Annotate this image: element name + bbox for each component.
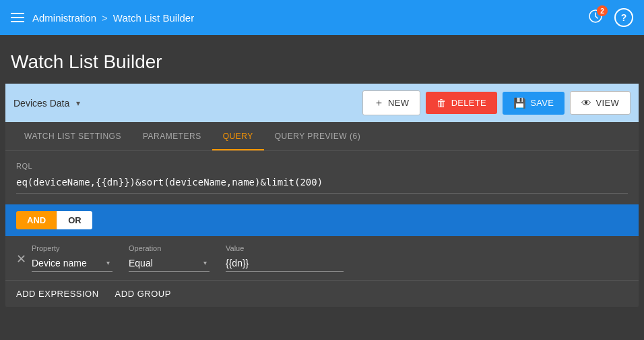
property-group: Property Device name ▾	[32, 244, 112, 272]
breadcrumb-current: Watch List Builder	[113, 12, 194, 24]
topbar-right: 2 ?	[587, 8, 633, 27]
toolbar: Devices Data ▾ ＋ NEW 🗑 DELETE 💾 SAVE 👁 V…	[5, 84, 639, 122]
expression-row: ✕ Property Device name ▾ Operation Equal…	[5, 236, 639, 280]
property-wrapper: Device name ▾	[32, 255, 112, 272]
page-title: Watch List Builder	[11, 51, 633, 73]
notifications-button[interactable]: 2	[587, 8, 604, 27]
operation-wrapper: Equal ▾	[129, 255, 210, 272]
value-input[interactable]	[226, 255, 344, 272]
remove-expression-button[interactable]: ✕	[16, 252, 32, 272]
menu-icon[interactable]	[11, 13, 24, 22]
value-label: Value	[226, 244, 344, 252]
tab-query[interactable]: QUERY	[212, 122, 264, 150]
operation-select[interactable]: Equal	[129, 255, 210, 272]
property-select[interactable]: Device name	[32, 255, 112, 272]
tabs: WATCH LIST SETTINGS PARAMETERS QUERY QUE…	[5, 122, 639, 151]
view-button[interactable]: 👁 VIEW	[570, 91, 631, 115]
topbar: Administration > Watch List Builder 2 ?	[0, 0, 644, 35]
chevron-down-icon: ▾	[76, 98, 80, 108]
rql-label: RQL	[16, 162, 628, 170]
main-content: Devices Data ▾ ＋ NEW 🗑 DELETE 💾 SAVE 👁 V…	[5, 84, 639, 307]
operation-group: Operation Equal ▾	[129, 244, 210, 272]
operation-label: Operation	[129, 244, 210, 252]
tab-query-preview[interactable]: QUERY PREVIEW (6)	[264, 122, 371, 150]
value-group: Value	[226, 244, 344, 272]
or-button[interactable]: OR	[57, 211, 92, 229]
page-header: Watch List Builder	[0, 35, 644, 84]
notification-badge: 2	[597, 5, 608, 16]
save-button[interactable]: 💾 SAVE	[503, 92, 565, 115]
property-label: Property	[32, 244, 112, 252]
save-icon: 💾	[513, 97, 526, 109]
breadcrumb: Administration > Watch List Builder	[32, 12, 194, 24]
breadcrumb-admin[interactable]: Administration	[32, 12, 96, 24]
delete-button[interactable]: 🗑 DELETE	[426, 92, 497, 114]
rql-input[interactable]	[16, 174, 628, 194]
tab-watch-list-settings[interactable]: WATCH LIST SETTINGS	[13, 122, 132, 150]
filter-row: AND OR	[5, 204, 639, 236]
add-group-button[interactable]: ADD GROUP	[115, 289, 171, 299]
topbar-left: Administration > Watch List Builder	[11, 12, 194, 24]
new-button[interactable]: ＋ NEW	[362, 90, 421, 115]
and-button[interactable]: AND	[16, 211, 57, 229]
breadcrumb-separator: >	[102, 12, 108, 24]
dataset-selector[interactable]: Devices Data ▾	[13, 98, 121, 109]
eye-icon: 👁	[581, 97, 591, 109]
action-links: ADD EXPRESSION ADD GROUP	[5, 280, 639, 307]
plus-icon: ＋	[374, 96, 384, 109]
help-button[interactable]: ?	[614, 8, 633, 27]
tab-parameters[interactable]: PARAMETERS	[132, 122, 212, 150]
selector-value: Devices Data	[13, 98, 69, 109]
query-section: RQL	[5, 151, 639, 194]
trash-icon: 🗑	[437, 97, 447, 109]
add-expression-button[interactable]: ADD EXPRESSION	[16, 289, 99, 299]
